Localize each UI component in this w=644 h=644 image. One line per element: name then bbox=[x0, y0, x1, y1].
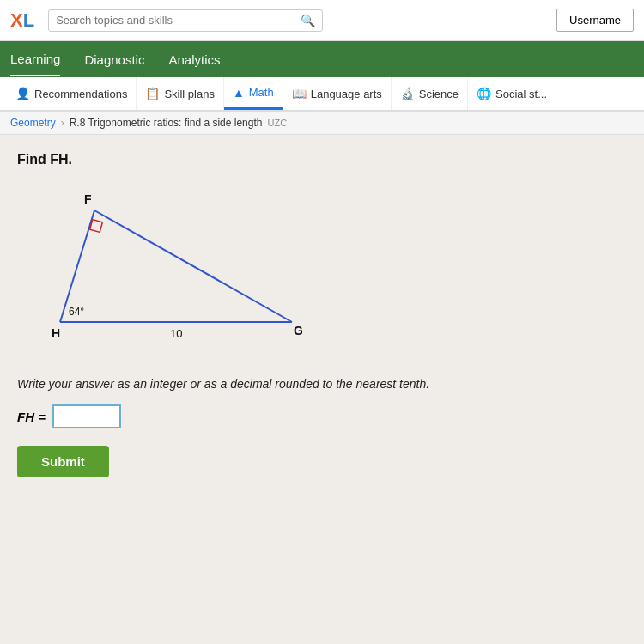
angle-label: 64° bbox=[69, 306, 84, 318]
breadcrumb-current: R.8 Trigonometric ratios: find a side le… bbox=[70, 117, 263, 129]
math-icon: ▲ bbox=[233, 86, 245, 100]
recommendations-icon: 👤 bbox=[15, 87, 30, 100]
tab-skill-plans[interactable]: 📋 Skill plans bbox=[137, 77, 224, 110]
tab-language-arts[interactable]: 📖 Language arts bbox=[283, 77, 392, 110]
logo-l: L bbox=[23, 9, 34, 31]
nav-item-analytics[interactable]: Analytics bbox=[168, 44, 220, 76]
tab-skill-plans-label: Skill plans bbox=[164, 88, 215, 100]
tab-social-studies[interactable]: 🌐 Social st... bbox=[468, 77, 556, 110]
nav-item-diagnostic[interactable]: Diagnostic bbox=[84, 44, 144, 76]
main-content: Find FH. H F G 64° 10 Write your answer … bbox=[0, 135, 644, 644]
tab-recommendations-label: Recommendations bbox=[34, 88, 127, 100]
breadcrumb: Geometry › R.8 Trigonometric ratios: fin… bbox=[0, 112, 644, 135]
top-bar: XL 🔍 Username bbox=[0, 0, 644, 41]
answer-label: FH = bbox=[17, 410, 46, 424]
problem-title: Find FH. bbox=[17, 152, 627, 167]
science-icon: 🔬 bbox=[400, 87, 415, 100]
tab-social-studies-label: Social st... bbox=[495, 88, 547, 100]
tab-science-label: Science bbox=[419, 88, 459, 100]
search-icon: 🔍 bbox=[301, 14, 315, 27]
green-nav: Learning Diagnostic Analytics bbox=[0, 41, 644, 77]
triangle-svg: H F G 64° 10 bbox=[43, 185, 318, 356]
subject-tab-bar: 👤 Recommendations 📋 Skill plans ▲ Math 📖… bbox=[0, 77, 644, 112]
username-button[interactable]: Username bbox=[556, 9, 634, 32]
svg-line-1 bbox=[94, 210, 292, 322]
tab-science[interactable]: 🔬 Science bbox=[392, 77, 468, 110]
breadcrumb-parent[interactable]: Geometry bbox=[10, 117, 56, 129]
side-length-label: 10 bbox=[170, 327, 182, 340]
breadcrumb-separator: › bbox=[61, 117, 64, 129]
vertex-f-label: F bbox=[84, 192, 92, 206]
submit-button[interactable]: Submit bbox=[17, 446, 109, 477]
search-bar[interactable]: 🔍 bbox=[48, 9, 323, 32]
skill-plans-icon: 📋 bbox=[145, 87, 160, 100]
right-angle-mark bbox=[90, 220, 103, 233]
language-arts-icon: 📖 bbox=[292, 87, 307, 100]
tab-language-arts-label: Language arts bbox=[311, 88, 382, 100]
search-input[interactable] bbox=[56, 14, 297, 27]
logo: XL bbox=[10, 9, 34, 32]
vertex-g-label: G bbox=[294, 324, 303, 337]
answer-row: FH = bbox=[17, 404, 627, 428]
vertex-h-label: H bbox=[52, 326, 60, 340]
tab-recommendations[interactable]: 👤 Recommendations bbox=[7, 77, 137, 110]
triangle-diagram: H F G 64° 10 bbox=[43, 185, 627, 360]
social-studies-icon: 🌐 bbox=[477, 87, 491, 100]
answer-input[interactable] bbox=[52, 404, 121, 428]
breadcrumb-code: UZC bbox=[267, 118, 287, 128]
tab-math-label: Math bbox=[249, 86, 274, 99]
nav-item-learning[interactable]: Learning bbox=[10, 43, 60, 76]
tab-math[interactable]: ▲ Math bbox=[224, 77, 283, 110]
instructions-text: Write your answer as an integer or as a … bbox=[17, 377, 627, 391]
logo-x: X bbox=[10, 9, 23, 31]
